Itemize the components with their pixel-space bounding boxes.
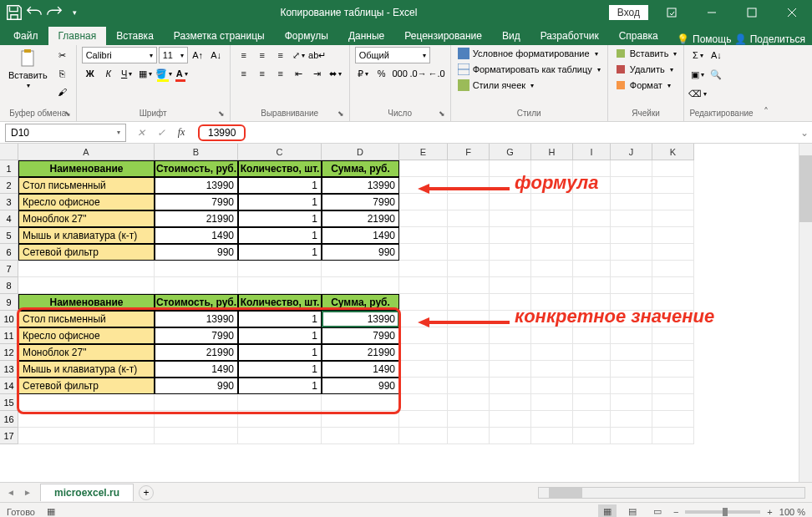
cell[interactable]: [531, 177, 573, 194]
cell[interactable]: Кресло офисное: [18, 327, 155, 344]
cell[interactable]: [611, 344, 652, 361]
row-header[interactable]: 15: [0, 394, 18, 411]
cell[interactable]: [238, 411, 322, 428]
cell[interactable]: [611, 294, 652, 311]
cell[interactable]: 1: [238, 361, 322, 378]
cell[interactable]: Стол письменный: [18, 311, 155, 327]
expand-formula-icon[interactable]: ⌄: [797, 127, 812, 139]
align-center-icon[interactable]: ≡: [254, 65, 271, 82]
tab-view[interactable]: Вид: [492, 27, 530, 45]
font-name-select[interactable]: Calibri▾: [82, 47, 157, 63]
cell[interactable]: [652, 311, 694, 327]
cell[interactable]: [490, 378, 531, 394]
fill-icon[interactable]: ▣▾: [689, 66, 706, 83]
cut-icon[interactable]: ✂: [54, 47, 71, 63]
cell[interactable]: [18, 428, 155, 444]
cell[interactable]: [611, 378, 652, 394]
cell[interactable]: Количество, шт.: [238, 294, 322, 311]
cell[interactable]: [652, 428, 694, 444]
cell[interactable]: [238, 394, 322, 411]
cell[interactable]: [490, 344, 531, 361]
cell[interactable]: [611, 327, 652, 344]
cell[interactable]: [652, 327, 694, 344]
percent-icon[interactable]: %: [373, 65, 390, 82]
cell[interactable]: [155, 261, 238, 277]
zoom-slider[interactable]: [685, 510, 760, 514]
cell[interactable]: [399, 177, 448, 194]
sheet-nav-prev-icon[interactable]: ◄: [7, 488, 18, 497]
row-header[interactable]: 5: [0, 227, 18, 244]
cell[interactable]: [399, 411, 448, 428]
cell[interactable]: [573, 244, 611, 261]
align-top-icon[interactable]: ≡: [236, 47, 252, 63]
align-bottom-icon[interactable]: ≡: [272, 47, 289, 63]
cell[interactable]: [18, 277, 155, 294]
cell[interactable]: Сумма, руб.: [322, 294, 399, 311]
row-header[interactable]: 4: [0, 210, 18, 227]
redo-icon[interactable]: [45, 3, 63, 22]
cell[interactable]: [238, 277, 322, 294]
cell[interactable]: 1: [238, 344, 322, 361]
cell[interactable]: [652, 244, 694, 261]
cell[interactable]: [531, 294, 573, 311]
column-header[interactable]: C: [238, 144, 322, 160]
borders-icon[interactable]: ▦▾: [137, 65, 154, 82]
cell[interactable]: [652, 227, 694, 244]
normal-view-icon[interactable]: ▦: [598, 504, 617, 518]
column-header[interactable]: A: [18, 144, 155, 160]
cell[interactable]: [652, 361, 694, 378]
cell[interactable]: [652, 344, 694, 361]
cell[interactable]: [573, 394, 611, 411]
cell[interactable]: [490, 261, 531, 277]
save-icon[interactable]: [5, 3, 23, 22]
cell[interactable]: Стоимость, руб.: [155, 294, 238, 311]
cell[interactable]: [652, 411, 694, 428]
cell[interactable]: [399, 344, 448, 361]
cell[interactable]: [611, 194, 652, 210]
cell[interactable]: [611, 244, 652, 261]
cell[interactable]: [155, 277, 238, 294]
cell[interactable]: [448, 261, 490, 277]
cell[interactable]: [531, 361, 573, 378]
cell[interactable]: 1490: [322, 361, 399, 378]
page-break-view-icon[interactable]: ▭: [648, 504, 667, 518]
cell[interactable]: [573, 261, 611, 277]
cell[interactable]: [399, 428, 448, 444]
cell[interactable]: [573, 378, 611, 394]
column-header[interactable]: H: [531, 144, 573, 160]
row-header[interactable]: 14: [0, 378, 18, 394]
cell[interactable]: [399, 210, 448, 227]
cell[interactable]: [573, 227, 611, 244]
cell[interactable]: [448, 194, 490, 210]
tab-data[interactable]: Данные: [338, 27, 394, 45]
cell[interactable]: [531, 394, 573, 411]
format-cells-button[interactable]: Формат▾: [613, 79, 679, 92]
cell[interactable]: [652, 210, 694, 227]
cell[interactable]: [652, 394, 694, 411]
thousands-icon[interactable]: 000: [392, 65, 409, 82]
cell[interactable]: 21990: [155, 344, 238, 361]
cell[interactable]: [18, 411, 155, 428]
cancel-formula-icon[interactable]: ✕: [131, 124, 151, 142]
cell[interactable]: [322, 261, 399, 277]
cell[interactable]: Стоимость, руб.: [155, 160, 238, 177]
cell[interactable]: [490, 227, 531, 244]
cell[interactable]: [490, 210, 531, 227]
cell[interactable]: 21990: [322, 210, 399, 227]
cell[interactable]: [573, 327, 611, 344]
cell[interactable]: [448, 177, 490, 194]
cell[interactable]: [652, 261, 694, 277]
cell[interactable]: [490, 244, 531, 261]
cell[interactable]: [611, 411, 652, 428]
cell[interactable]: [531, 244, 573, 261]
cell[interactable]: [490, 327, 531, 344]
cell[interactable]: 990: [322, 378, 399, 394]
cell[interactable]: 990: [155, 378, 238, 394]
cell[interactable]: 21990: [322, 344, 399, 361]
tab-home[interactable]: Главная: [48, 27, 107, 45]
number-format-select[interactable]: Общий▾: [355, 47, 430, 63]
cell[interactable]: [652, 177, 694, 194]
zoom-out-icon[interactable]: −: [673, 507, 678, 517]
collapse-ribbon-icon[interactable]: ˄: [759, 45, 774, 121]
qat-dropdown-icon[interactable]: ▾: [65, 3, 84, 22]
